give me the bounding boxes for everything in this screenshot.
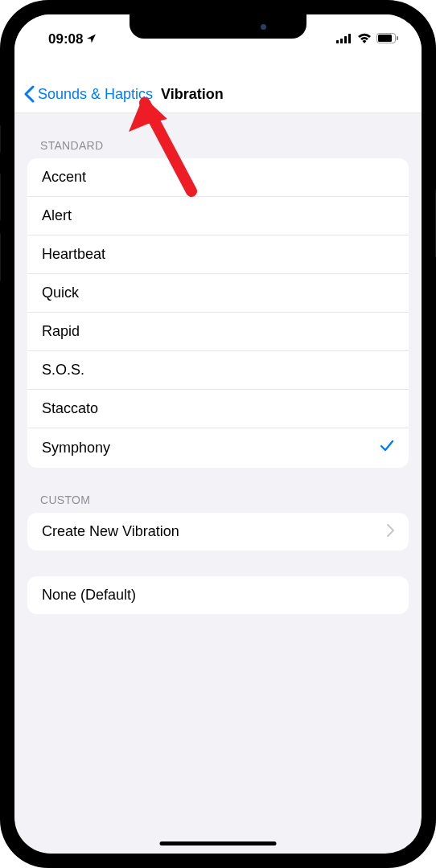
svg-rect-5 (378, 35, 392, 42)
location-icon (87, 31, 97, 47)
vibration-row-sos[interactable]: S.O.S. (27, 351, 409, 390)
camera-dot (261, 24, 266, 30)
create-new-vibration-row[interactable]: Create New Vibration (27, 513, 409, 551)
side-button (0, 233, 1, 281)
row-label: Symphony (42, 440, 110, 457)
row-label: S.O.S. (42, 362, 84, 379)
spacer (14, 551, 422, 576)
standard-group: Accent Alert Heartbeat Quick Rapid S.O.S… (27, 158, 409, 468)
battery-icon (376, 32, 399, 47)
home-indicator[interactable] (160, 841, 277, 845)
row-label: Accent (42, 169, 86, 186)
none-group: None (Default) (27, 576, 409, 614)
screen: 09:08 (14, 14, 422, 854)
cellular-icon (336, 32, 352, 47)
svg-rect-2 (344, 36, 347, 43)
svg-rect-3 (348, 34, 351, 43)
row-label: Heartbeat (42, 246, 105, 263)
back-button[interactable]: Sounds & Haptics (24, 85, 153, 103)
phone-frame: 09:08 (0, 0, 436, 868)
svg-rect-0 (336, 40, 339, 43)
navigation-bar: Sounds & Haptics Vibration (14, 53, 422, 113)
chevron-right-icon (387, 524, 394, 540)
side-button (0, 173, 1, 221)
vibration-row-rapid[interactable]: Rapid (27, 313, 409, 351)
row-label: Create New Vibration (42, 523, 179, 540)
vibration-row-staccato[interactable]: Staccato (27, 390, 409, 428)
vibration-row-symphony[interactable]: Symphony (27, 428, 409, 468)
vibration-row-heartbeat[interactable]: Heartbeat (27, 235, 409, 274)
notch (130, 14, 306, 39)
vibration-row-none[interactable]: None (Default) (27, 576, 409, 614)
row-label: Quick (42, 285, 79, 301)
section-header-custom: CUSTOM (14, 468, 422, 513)
content-area: STANDARD Accent Alert Heartbeat Quick Ra… (14, 113, 422, 614)
vibration-row-alert[interactable]: Alert (27, 197, 409, 235)
checkmark-icon (380, 439, 394, 457)
time-label: 09:08 (48, 31, 83, 47)
row-label: Staccato (42, 400, 98, 417)
vibration-row-quick[interactable]: Quick (27, 274, 409, 313)
section-header-standard: STANDARD (14, 113, 422, 158)
status-icons (336, 32, 399, 47)
svg-rect-1 (340, 39, 343, 43)
chevron-left-icon (24, 85, 35, 103)
status-time: 09:08 (48, 31, 97, 47)
row-label: None (Default) (42, 587, 136, 604)
row-label: Alert (42, 207, 72, 224)
side-button (0, 125, 1, 153)
back-label: Sounds & Haptics (38, 86, 153, 103)
vibration-row-accent[interactable]: Accent (27, 158, 409, 197)
svg-rect-6 (397, 36, 398, 40)
row-label: Rapid (42, 323, 80, 340)
page-title: Vibration (161, 86, 224, 103)
custom-group: Create New Vibration (27, 513, 409, 551)
wifi-icon (357, 32, 372, 47)
